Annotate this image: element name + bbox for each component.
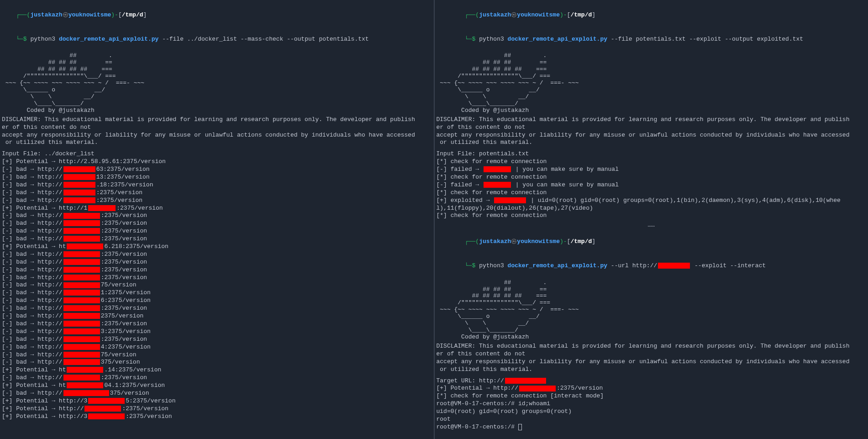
input-file-left: Input File: ../docker_list: [2, 150, 432, 158]
prompt-at: ㉿: [63, 11, 68, 18]
prompt-brkt-close: ]: [143, 11, 147, 18]
result-line: [+] Potential → ht6.218:2375/version: [2, 243, 432, 251]
redact-ip: [63, 267, 100, 273]
cmd-args-rb-post: --exploit --interact: [691, 262, 766, 269]
prompt-dash: -: [115, 11, 118, 18]
prompt-corner: ┌──(: [16, 11, 30, 18]
redact-ip: [63, 321, 100, 327]
prompt-line-1-rt: ┌──(justakazh㉿youknowitsme)-[/tmp/d]: [437, 4, 867, 27]
check-line-rb: [*] check for remote connection [interac…: [437, 392, 867, 400]
prompt-line-2: └─$ python3 docker_remote_api_exploit.py…: [2, 28, 432, 51]
result-line: [-] bad → http://:2375/version: [2, 274, 432, 282]
result-line: [+] Potential → http://1:2375/version: [2, 205, 432, 212]
redact-ip: [63, 352, 100, 358]
shell-line-2: root@VM-0-17-centos:/#: [437, 423, 867, 431]
target-url-line: Target URL: http://: [437, 377, 867, 385]
redact-ip: [494, 197, 526, 203]
result-line: [-] bad → http://:2375/version: [2, 266, 432, 274]
redact-ip: [63, 251, 100, 257]
left-results-block: [+] Potential → http://2.58.95.61:2375/v…: [2, 158, 432, 420]
result-line: [-] bad → http://75/version: [2, 351, 432, 359]
redact-ip: [63, 236, 100, 242]
ascii-art-logo-rb: ## . ## ## ## == ## ## ## ## ## === /"""…: [437, 280, 867, 341]
redact-ip: [88, 413, 125, 419]
redact-ip: [84, 406, 121, 412]
prompt-paren-close: ): [111, 11, 115, 18]
result-line: [+] Potential → ht.14:2375/version: [2, 366, 432, 374]
result-line: [-] bad → http://13:2375/version: [2, 174, 432, 181]
disclaimer-rt: DISCLAIMER: This educational material is…: [437, 116, 867, 147]
redact-ip: [67, 367, 103, 373]
result-line: [-] bad → http://3:2375/version: [2, 328, 432, 336]
redact-ip: [63, 197, 95, 203]
redact-ip: [63, 297, 100, 303]
redact-ip: [484, 182, 511, 188]
cursor-icon: [518, 424, 522, 430]
result-line: [*] check for remote connection: [437, 212, 867, 220]
input-file-rt: Input File: potentials.txt: [437, 150, 867, 158]
ellipsis: ……: [437, 222, 867, 229]
result-line: [-] bad → http://375/version: [2, 359, 432, 366]
redact-ip: [63, 228, 100, 234]
terminal-left-pane[interactable]: ┌──(justakazh㉿youknowitsme)-[/tmp/d] └─$…: [0, 0, 435, 439]
shell-line-1: root@VM-0-17-centos:/# id;whoami: [437, 400, 867, 408]
prompt-corner-2: └─: [16, 36, 23, 42]
result-line: [-] bad → http://:2375/version: [2, 220, 432, 227]
result-line: [-] bad → http://63:2375/version: [2, 166, 432, 174]
result-line: [-] bad → http://4:2375/version: [2, 344, 432, 351]
disclaimer-left: DISCLAIMER: This educational material is…: [2, 116, 432, 147]
redact-ip: [63, 220, 100, 226]
ascii-art-logo: ## . ## ## ## == ## ## ## ## ## === /"""…: [2, 53, 432, 114]
prompt-host: youknowitsme: [68, 11, 111, 18]
redact-potential: [519, 386, 556, 391]
redact-ip: [63, 375, 100, 381]
result-line: [+] Potential → ht04.1:2375/version: [2, 382, 432, 390]
prompt-dollar: $: [23, 36, 27, 42]
prompt-line-2-rt: └─$ python3 docker_remote_api_exploit.py…: [437, 28, 867, 51]
redact-ip: [484, 166, 511, 172]
redact-ip: [67, 243, 103, 249]
result-line: [-] bad → http://:2375/version: [2, 251, 432, 259]
redact-target: [505, 378, 546, 384]
result-line: l),11(floppy),20(dialout),26(tape),27(vi…: [437, 205, 867, 212]
prompt-line-2-rb: └─$ python3 docker_remote_api_exploit.py…: [437, 254, 867, 278]
result-line: [-] bad → http://:2375/version: [2, 259, 432, 266]
redact-ip: [63, 282, 100, 288]
right-top-session: ┌──(justakazh㉿youknowitsme)-[/tmp/d] └─$…: [437, 4, 867, 229]
redact-ip: [63, 275, 100, 280]
redact-ip: [63, 336, 100, 342]
prompt-line-1: ┌──(justakazh㉿youknowitsme)-[/tmp/d]: [2, 4, 432, 27]
result-line: [-] bad → http://1:2375/version: [2, 289, 432, 297]
right-bottom-session: ┌──(justakazh㉿youknowitsme)-[/tmp/d] └─$…: [437, 230, 867, 431]
result-line: [-] bad → http://:2375/version: [2, 189, 432, 197]
result-line: [*] check for remote connection: [437, 189, 867, 197]
result-line: [-] bad → http://.18:2375/version: [2, 181, 432, 189]
result-line: [-] failed → | you can make sure by manu…: [437, 181, 867, 189]
redact-ip: [63, 174, 95, 180]
redact-ip: [63, 182, 95, 188]
redact-ip: [63, 328, 100, 334]
prompt-brkt-open: [: [118, 11, 122, 18]
result-line: [-] bad → http://6:2375/version: [2, 297, 432, 305]
result-line: [-] bad → http://:2375/version: [2, 305, 432, 312]
prompt-user: justakazh: [30, 11, 62, 18]
potential-line-rb: [+] Potential → http://:2375/version: [437, 385, 867, 392]
redact-ip: [63, 166, 95, 172]
redact-ip: [63, 190, 95, 196]
right-top-results: [*] check for remote connection[-] faile…: [437, 158, 867, 220]
cmd-script: docker_remote_api_exploit.py: [59, 36, 158, 42]
redact-ip: [63, 213, 100, 219]
redact-ip: [63, 390, 109, 396]
result-line: [-] bad → http://:2375/version: [2, 235, 432, 243]
cmd-args-rt: --file potentials.txt --exploit --output…: [611, 36, 803, 42]
result-line: [*] check for remote connection: [437, 174, 867, 181]
cmd-args-rb-pre: --url http://: [611, 262, 657, 269]
redact-ip: [63, 259, 100, 265]
result-line: [-] bad → http://:2375/version: [2, 227, 432, 235]
terminal-right-pane[interactable]: ┌──(justakazh㉿youknowitsme)-[/tmp/d] └─$…: [435, 0, 868, 439]
result-line: [+] Potential → http://35:2375/version: [2, 397, 432, 405]
result-line: [*] check for remote connection: [437, 158, 867, 166]
redact-ip: [88, 398, 125, 404]
result-line: [-] failed → | you can make sure by manu…: [437, 166, 867, 174]
result-line: [-] bad → http://:2375/version: [2, 374, 432, 382]
